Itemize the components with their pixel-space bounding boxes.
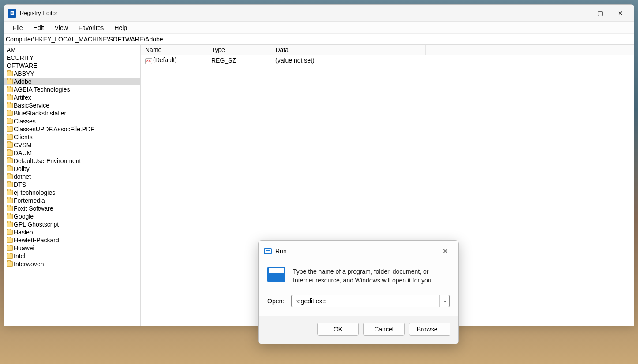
folder-icon xyxy=(7,182,13,187)
tree-item[interactable]: BlueStacksInstaller xyxy=(4,109,140,117)
menu-view[interactable]: View xyxy=(49,22,73,33)
folder-icon xyxy=(7,158,13,163)
run-title-bar[interactable]: Run ✕ xyxy=(259,241,458,260)
open-label: Open: xyxy=(267,297,284,305)
folder-icon xyxy=(7,142,13,148)
tree-item[interactable]: ABBYY xyxy=(4,70,140,78)
folder-icon xyxy=(7,126,13,132)
tree-item-label: GPL Ghostscript xyxy=(14,221,59,228)
tree-item-label: Classes xyxy=(14,118,36,125)
folder-icon xyxy=(7,261,13,267)
run-open-row: Open: ⌄ xyxy=(259,290,458,316)
tree-item-label: Huawei xyxy=(14,245,34,252)
tree-item-label: Intel xyxy=(14,253,25,260)
tree-item[interactable]: DAUM xyxy=(4,149,140,157)
folder-icon xyxy=(7,198,13,203)
open-input[interactable] xyxy=(292,295,439,307)
tree-item-label: ClassesUPDF.AssocFile.PDF xyxy=(14,126,94,133)
folder-icon xyxy=(7,214,13,219)
minimize-button[interactable]: — xyxy=(570,6,590,20)
tree-item[interactable]: Fortemedia xyxy=(4,197,140,204)
tree-item[interactable]: AM xyxy=(4,46,140,54)
tree-item[interactable]: Dolby xyxy=(4,165,140,173)
tree-item-label: AGEIA Technologies xyxy=(14,86,70,93)
folder-icon xyxy=(7,253,13,259)
run-description: Type the name of a program, folder, docu… xyxy=(293,267,450,285)
tree-item-label: Hewlett-Packard xyxy=(14,237,59,244)
tree-item[interactable]: GPL Ghostscript xyxy=(4,220,140,228)
tree-item-label: Interwoven xyxy=(14,260,44,267)
tree-item[interactable]: Adobe xyxy=(4,78,140,85)
tree-item[interactable]: Artifex xyxy=(4,93,140,101)
tree-item[interactable]: AGEIA Technologies xyxy=(4,85,140,93)
run-close-button[interactable]: ✕ xyxy=(437,245,453,257)
string-value-icon: ab xyxy=(145,58,152,64)
chevron-down-icon[interactable]: ⌄ xyxy=(439,295,449,307)
run-title-icon xyxy=(264,248,272,254)
run-dialog: Run ✕ Type the name of a program, folder… xyxy=(258,240,459,344)
menu-file[interactable]: File xyxy=(8,22,28,33)
maximize-button[interactable]: ▢ xyxy=(590,6,610,20)
tree-item[interactable]: Google xyxy=(4,212,140,220)
run-button-row: OK Cancel Browse... xyxy=(259,316,458,344)
folder-icon xyxy=(7,134,13,140)
tree-item-label: Adobe xyxy=(14,78,31,85)
folder-icon xyxy=(7,245,13,251)
folder-icon xyxy=(7,119,13,124)
tree-item[interactable]: dotnet xyxy=(4,173,140,181)
tree-item[interactable]: ej-technologies xyxy=(4,189,140,197)
tree-item[interactable]: Intel xyxy=(4,252,140,260)
value-row[interactable]: ab(Default)REG_SZ(value not set) xyxy=(141,55,634,66)
folder-icon xyxy=(7,190,13,195)
ok-button[interactable]: OK xyxy=(317,323,359,336)
tree-item-label: Hasleo xyxy=(14,229,33,236)
tree-item-label: Clients xyxy=(14,134,33,141)
folder-icon xyxy=(7,71,13,76)
tree-item[interactable]: DTS xyxy=(4,181,140,189)
key-tree[interactable]: AMECURITYOFTWAREABBYYAdobeAGEIA Technolo… xyxy=(4,45,141,326)
title-bar[interactable]: ⊞ Registry Editor — ▢ ✕ xyxy=(4,5,634,22)
tree-item[interactable]: Clients xyxy=(4,133,140,141)
menu-favorites[interactable]: Favorites xyxy=(73,22,109,33)
col-name[interactable]: Name xyxy=(141,45,207,55)
folder-icon xyxy=(7,103,13,108)
tree-item[interactable]: ClassesUPDF.AssocFile.PDF xyxy=(4,125,140,133)
tree-item[interactable]: Huawei xyxy=(4,244,140,252)
tree-item[interactable]: ECURITY xyxy=(4,54,140,62)
menu-edit[interactable]: Edit xyxy=(28,22,49,33)
tree-item[interactable]: Hasleo xyxy=(4,228,140,236)
tree-item-label: BasicService xyxy=(14,102,49,109)
tree-item-label: BlueStacksInstaller xyxy=(14,110,66,117)
folder-icon xyxy=(7,206,13,211)
tree-item-label: Foxit Software xyxy=(14,205,53,212)
close-button[interactable]: ✕ xyxy=(610,6,630,20)
window-controls: — ▢ ✕ xyxy=(570,6,630,20)
cancel-button[interactable]: Cancel xyxy=(363,323,405,336)
tree-item-label: dotnet xyxy=(14,173,31,180)
menu-help[interactable]: Help xyxy=(109,22,132,33)
tree-item-label: CVSM xyxy=(14,141,31,149)
tree-item[interactable]: CVSM xyxy=(4,141,140,149)
open-combo[interactable]: ⌄ xyxy=(291,295,450,307)
address-bar[interactable]: Computer\HKEY_LOCAL_MACHINE\SOFTWARE\Ado… xyxy=(4,34,634,45)
col-data[interactable]: Data xyxy=(271,45,425,55)
tree-item-label: DTS xyxy=(14,181,26,188)
folder-icon xyxy=(7,166,13,171)
folder-icon xyxy=(7,222,13,227)
folder-icon xyxy=(7,238,13,243)
tree-item-label: Google xyxy=(14,213,34,220)
run-body: Type the name of a program, folder, docu… xyxy=(259,260,458,290)
address-path: Computer\HKEY_LOCAL_MACHINE\SOFTWARE\Ado… xyxy=(6,36,163,43)
run-app-icon xyxy=(267,267,285,282)
tree-item-label: ABBYY xyxy=(14,70,34,77)
col-type[interactable]: Type xyxy=(207,45,271,55)
tree-item[interactable]: BasicService xyxy=(4,101,140,109)
tree-item[interactable]: Hewlett-Packard xyxy=(4,236,140,244)
browse-button[interactable]: Browse... xyxy=(409,323,450,336)
folder-icon xyxy=(7,230,13,235)
tree-item[interactable]: Interwoven xyxy=(4,260,140,268)
tree-item[interactable]: DefaultUserEnvironment xyxy=(4,157,140,165)
tree-item[interactable]: Classes xyxy=(4,117,140,125)
tree-item[interactable]: Foxit Software xyxy=(4,204,140,212)
tree-item[interactable]: OFTWARE xyxy=(4,62,140,70)
